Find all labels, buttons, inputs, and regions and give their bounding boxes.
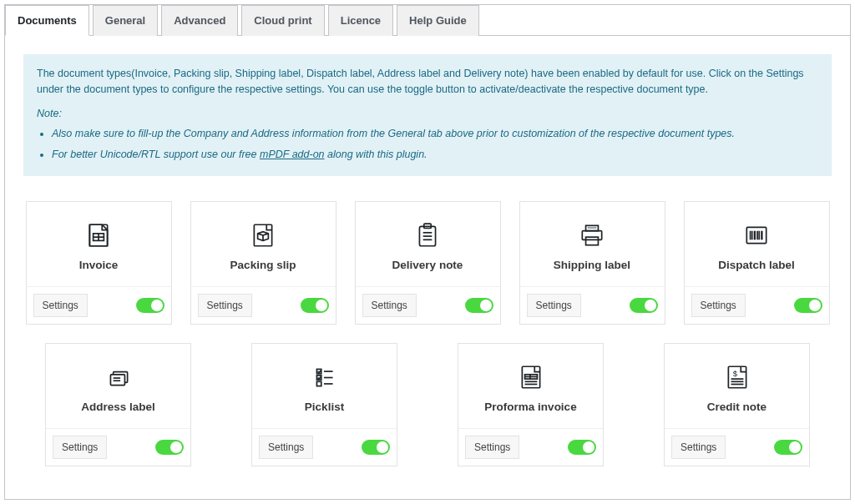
toggle-knob (480, 300, 492, 311)
settings-button[interactable]: Settings (33, 294, 88, 317)
tab-cloud-print[interactable]: Cloud print (241, 5, 324, 36)
card-footer: Settings (356, 286, 500, 324)
document-card-printer: Shipping labelSettings (519, 201, 665, 325)
tab-help-guide[interactable]: Help Guide (397, 5, 479, 36)
settings-button[interactable]: Settings (198, 294, 252, 317)
card-top: Picklist (252, 344, 397, 428)
card-footer: Settings (685, 286, 829, 324)
enable-toggle[interactable] (630, 298, 658, 313)
document-card-box: Packing slipSettings (190, 201, 336, 325)
card-title: Address label (54, 401, 182, 413)
notice-list: Also make sure to fill-up the Company an… (37, 126, 818, 163)
enable-toggle[interactable] (794, 298, 822, 313)
mpdf-addon-link[interactable]: mPDF add-on (260, 149, 325, 160)
card-title: Packing slip (200, 259, 327, 271)
document-card-creditnote: $Credit noteSettings (664, 343, 810, 466)
settings-button[interactable]: Settings (259, 436, 313, 459)
enable-toggle[interactable] (155, 440, 184, 455)
toggle-knob (645, 300, 656, 311)
svg-line-6 (263, 234, 268, 235)
card-top: Address label (46, 344, 190, 428)
proforma-icon (467, 362, 594, 392)
svg-text:$: $ (732, 369, 737, 378)
enable-toggle[interactable] (362, 440, 390, 455)
card-footer: Settings (520, 286, 665, 324)
settings-button[interactable]: Settings (527, 294, 581, 317)
card-title: Invoice (35, 259, 163, 271)
tab-bar: DocumentsGeneralAdvancedCloud printLicen… (5, 5, 850, 36)
svg-rect-15 (586, 237, 599, 245)
notice-bullet-2-suffix: along with this plugin. (325, 149, 428, 160)
card-title: Delivery note (364, 259, 492, 271)
card-top: Delivery note (356, 202, 500, 286)
card-footer: Settings (46, 428, 190, 466)
card-top: Shipping label (520, 202, 665, 286)
settings-button[interactable]: Settings (691, 294, 746, 317)
enable-toggle[interactable] (568, 440, 596, 455)
card-footer: Settings (458, 428, 603, 466)
enable-toggle[interactable] (774, 440, 802, 455)
tab-content: The document types(Invoice, Packing slip… (5, 36, 850, 500)
svg-rect-34 (316, 381, 321, 386)
toggle-knob (170, 441, 182, 453)
document-card-invoice: InvoiceSettings (26, 201, 172, 325)
card-footer: Settings (27, 286, 171, 324)
settings-button[interactable]: Settings (465, 436, 519, 459)
card-top: $Credit note (665, 344, 809, 428)
svg-line-5 (258, 234, 263, 235)
notice-note-label: Note: (37, 106, 818, 122)
printer-icon (529, 220, 656, 250)
card-footer: Settings (252, 428, 397, 466)
toggle-knob (151, 300, 163, 311)
card-title: Proforma invoice (467, 401, 594, 413)
card-top: Invoice (27, 202, 171, 286)
card-footer: Settings (665, 428, 809, 466)
document-card-checklist: PicklistSettings (251, 343, 397, 466)
clipboard-icon (364, 220, 492, 250)
card-title: Shipping label (529, 259, 656, 271)
notice-bullet-2: For better Unicode/RTL support use our f… (52, 147, 818, 163)
labels-icon (54, 362, 182, 392)
settings-button[interactable]: Settings (671, 436, 726, 459)
document-card-proforma: Proforma invoiceSettings (458, 343, 604, 466)
card-title: Picklist (261, 401, 388, 413)
toggle-knob (789, 441, 801, 453)
card-title: Dispatch label (693, 259, 821, 271)
enable-toggle[interactable] (301, 298, 329, 313)
enable-toggle[interactable] (465, 298, 493, 313)
cards-row-2: Address labelSettingsPicklistSettingsPro… (23, 343, 832, 466)
cards-wrap: InvoiceSettingsPacking slipSettingsDeliv… (23, 176, 832, 466)
card-top: Proforma invoice (458, 344, 603, 428)
tab-documents[interactable]: Documents (5, 5, 89, 36)
notice-bullet-2-prefix: For better Unicode/RTL support use our f… (52, 149, 260, 160)
tab-general[interactable]: General (93, 5, 158, 36)
tab-advanced[interactable]: Advanced (161, 5, 238, 36)
settings-button[interactable]: Settings (53, 436, 107, 459)
card-title: Credit note (673, 401, 801, 413)
card-top: Packing slip (191, 202, 336, 286)
tab-licence[interactable]: Licence (328, 5, 393, 36)
notice-info: The document types(Invoice, Packing slip… (37, 66, 818, 98)
toggle-knob (809, 300, 821, 311)
notice-bullet-1: Also make sure to fill-up the Company an… (52, 126, 818, 142)
svg-rect-29 (110, 375, 124, 386)
settings-button[interactable]: Settings (362, 294, 417, 317)
toggle-knob (377, 441, 388, 453)
toggle-knob (583, 441, 594, 453)
checklist-icon (261, 362, 388, 392)
invoice-icon (35, 220, 163, 250)
toggle-knob (316, 300, 327, 311)
box-icon (200, 220, 327, 250)
notice-box: The document types(Invoice, Packing slip… (23, 54, 832, 176)
barcode-icon (693, 220, 821, 250)
card-top: Dispatch label (685, 202, 829, 286)
creditnote-icon: $ (673, 362, 801, 392)
enable-toggle[interactable] (136, 298, 164, 313)
document-card-labels: Address labelSettings (45, 343, 191, 466)
document-card-barcode: Dispatch labelSettings (684, 201, 830, 325)
cards-row-1: InvoiceSettingsPacking slipSettingsDeliv… (23, 201, 832, 325)
document-card-clipboard: Delivery noteSettings (355, 201, 501, 325)
page-container: DocumentsGeneralAdvancedCloud printLicen… (4, 4, 851, 500)
card-footer: Settings (191, 286, 336, 324)
